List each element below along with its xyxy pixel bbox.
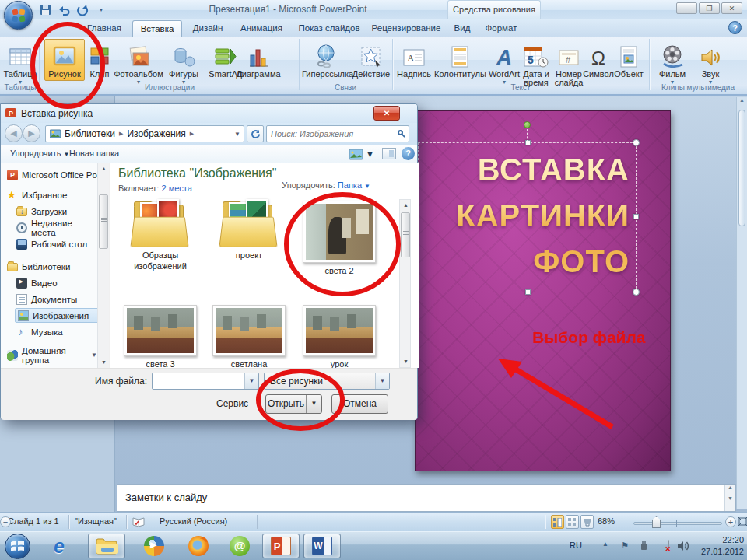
sidebar-item-music[interactable]: Музыка	[16, 324, 63, 339]
slide-title-text[interactable]: ВСТАВКА КАРТИНКИ ФОТО	[456, 147, 630, 285]
breadcrumb-root[interactable]: Библиотеки	[65, 128, 115, 139]
slideshow-view-button[interactable]	[580, 515, 594, 529]
power-icon[interactable]	[639, 541, 649, 553]
ribbon-button-photo-album[interactable]: Фотоальбом	[114, 40, 163, 85]
refresh-button[interactable]	[247, 125, 264, 142]
scroll-down-icon[interactable]: ▼	[98, 357, 110, 368]
new-folder-button[interactable]: Новая папка	[69, 149, 119, 158]
ribbon-button-header-footer[interactable]: Колонтитулы	[434, 40, 486, 79]
preview-pane-button[interactable]	[382, 148, 396, 159]
ribbon-button-table[interactable]: Таблица	[3, 40, 37, 85]
ribbon-button-shapes[interactable]: Фигуры	[165, 40, 202, 85]
ribbon-button-object[interactable]: Объект	[612, 40, 646, 79]
save-icon[interactable]	[37, 2, 53, 16]
zoom-in-button[interactable]: +	[725, 516, 736, 527]
rotation-handle[interactable]	[524, 121, 531, 128]
open-split-arrow-icon[interactable]: ▼	[306, 395, 321, 413]
slide-sorter-view-button[interactable]	[566, 515, 579, 529]
file-tile-svetlana[interactable]: светлана	[205, 305, 293, 368]
search-input[interactable]	[271, 128, 388, 140]
dialog-help-icon[interactable]: ?	[402, 147, 415, 160]
ribbon-button-textbox[interactable]: A Надпись	[395, 40, 433, 79]
breadcrumb[interactable]: Библиотеки ▶ Изображения ▶ ▼	[45, 125, 244, 142]
taskbar-powerpoint-icon[interactable]	[262, 534, 300, 558]
tab-home[interactable]: Главная	[80, 20, 128, 37]
taskbar-ie-icon[interactable]: e	[42, 534, 76, 558]
organize-menu[interactable]: Упорядочить ▼	[10, 149, 69, 158]
sidebar-item-downloads[interactable]: Загрузки	[16, 204, 67, 219]
ribbon-help-icon[interactable]: ?	[728, 21, 742, 34]
sidebar-item-recent[interactable]: Недавние места	[16, 220, 97, 235]
close-button[interactable]: ✕	[721, 2, 742, 14]
scrollbar-thumb[interactable]	[401, 212, 410, 257]
tab-view[interactable]: Вид	[447, 20, 477, 37]
tab-design[interactable]: Дизайн	[186, 20, 230, 37]
sidebar-item-desktop[interactable]: Рабочий стол	[16, 236, 87, 251]
sidebar-item-pictures[interactable]: Изображения	[15, 308, 108, 323]
start-button[interactable]	[5, 534, 30, 559]
language-indicator[interactable]: Русский (Россия)	[160, 516, 227, 526]
cancel-button[interactable]: Отмена	[331, 394, 388, 414]
zoom-slider-track[interactable]	[633, 522, 722, 525]
taskbar-mediaplayer-icon[interactable]	[137, 534, 171, 558]
taskbar-explorer-icon[interactable]	[88, 534, 125, 558]
tools-menu[interactable]: Сервис▼	[216, 398, 262, 409]
handle-right-middle[interactable]	[633, 214, 639, 219]
speaker-icon[interactable]	[677, 541, 689, 553]
ribbon-button-wordart[interactable]: A WordArt	[487, 40, 521, 85]
filename-input[interactable]: ▼	[152, 373, 259, 390]
vertical-scrollbar[interactable]: ▲	[736, 97, 747, 509]
file-tile-sveta2[interactable]: света 2	[296, 201, 383, 276]
list-scrollbar[interactable]: ▲ ▼	[399, 199, 411, 368]
notes-placeholder[interactable]: Заметки к слайду	[125, 492, 207, 503]
ribbon-button-movie[interactable]: Фильм	[655, 40, 689, 85]
dialog-title-bar[interactable]: P Вставка рисунка ✕	[1, 104, 417, 123]
sidebar-item-office[interactable]: PMicrosoft Office Po	[7, 167, 97, 182]
dialog-close-button[interactable]: ✕	[374, 106, 400, 121]
ribbon-button-clipart[interactable]: Клип	[86, 40, 114, 79]
tab-insert[interactable]: Вставка	[132, 20, 182, 37]
minimize-button[interactable]: —	[676, 2, 697, 14]
fit-to-window-icon[interactable]	[738, 516, 747, 528]
ribbon-button-slide-number[interactable]: # Номер слайда	[552, 40, 585, 87]
file-tile-project[interactable]: проект	[205, 201, 293, 261]
theme-name[interactable]: "Изящная"	[75, 516, 117, 526]
taskbar-word-icon[interactable]	[303, 534, 341, 558]
ribbon-button-picture[interactable]: Рисунок	[44, 39, 85, 81]
redo-icon[interactable]	[75, 2, 90, 16]
back-button[interactable]: ◀	[5, 124, 23, 142]
filetype-select[interactable]: Все рисунки ▼	[264, 373, 390, 390]
ribbon-button-action[interactable]: Действие	[352, 40, 391, 79]
slide-canvas[interactable]: ВСТАВКА КАРТИНКИ ФОТО	[415, 110, 671, 471]
ribbon-button-chart[interactable]: Диаграмма	[233, 40, 283, 79]
scroll-down-icon[interactable]: ▼	[400, 356, 412, 367]
handle-bottom-center[interactable]	[525, 289, 531, 295]
dropdown-arrow-icon[interactable]: ▼	[244, 373, 258, 389]
forward-button[interactable]: ▶	[23, 124, 40, 142]
breadcrumb-dropdown-icon[interactable]: ▼	[231, 131, 244, 138]
collapse-arrow-icon[interactable]: ▼	[91, 352, 97, 359]
notes-scrollbar[interactable]: ▲▼	[724, 485, 735, 511]
breadcrumb-current[interactable]: Изображения	[127, 128, 185, 139]
search-icon[interactable]	[398, 130, 403, 135]
language-switcher[interactable]: RU	[570, 541, 582, 550]
sidebar-item-libraries[interactable]: Библиотеки	[7, 259, 70, 274]
includes-link[interactable]: 2 места	[161, 184, 191, 193]
zoom-out-button[interactable]: −	[0, 516, 11, 527]
file-tile-sveta3[interactable]: света 3	[117, 305, 204, 368]
action-center-flag-icon[interactable]: ⚑	[621, 541, 629, 551]
restore-button[interactable]: ❐	[699, 2, 720, 14]
zoom-slider-thumb[interactable]	[652, 516, 661, 528]
scroll-up-icon[interactable]: ▲	[98, 163, 110, 174]
notes-pane[interactable]: Заметки к слайду ▲▼	[117, 484, 736, 512]
scroll-up-icon[interactable]: ▲	[400, 200, 412, 211]
open-button[interactable]: Открыть ▼	[265, 394, 322, 414]
spellcheck-icon[interactable]	[132, 516, 145, 527]
taskbar-icq-icon[interactable]: @	[223, 534, 257, 558]
ribbon-button-symbol[interactable]: Ω Символ	[582, 40, 615, 79]
office-button[interactable]	[4, 1, 33, 30]
ribbon-button-hyperlink[interactable]: Гиперссылка	[302, 40, 350, 79]
tab-format[interactable]: Формат	[479, 20, 524, 37]
sidebar-scrollbar[interactable]: ▲ ▼	[97, 163, 109, 368]
file-tile-urok[interactable]: урок	[296, 305, 383, 368]
